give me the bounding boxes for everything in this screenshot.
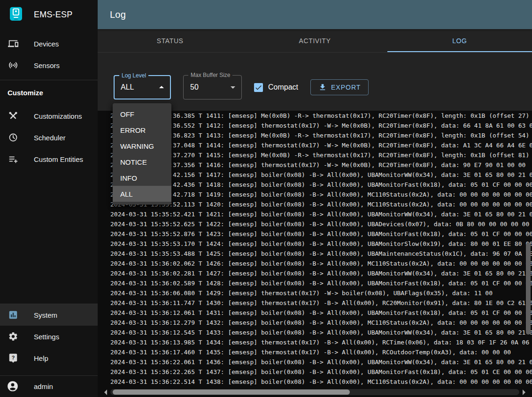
scroll-left-arrow-icon[interactable] (104, 389, 107, 395)
log-line: 2024-03-31 15:35:37.048 T 1414: [emsesp]… (110, 140, 532, 150)
log-line: 2024-03-31 15:36:22.061 T 1436: [emsesp]… (110, 357, 532, 367)
log-line: 2024-03-31 15:35:36.823 T 1413: [emsesp]… (110, 130, 532, 140)
log-line: 2024-03-31 15:35:52.625 T 1422: [emsesp]… (110, 219, 532, 229)
log-line: 2024-03-31 15:36:17.460 T 1435: [emsesp]… (110, 347, 532, 357)
log-line: 2024-03-31 15:35:37.270 T 1415: [emsesp]… (110, 150, 532, 160)
log-line: 2024-03-31 15:35:37.356 T 1416: [emsesp]… (110, 160, 532, 170)
sidebar-item-label: Custom Entities (34, 155, 83, 163)
sidebar-header: EMS-ESP (0, 0, 98, 29)
system-chart-icon (8, 309, 19, 321)
app-window: EMS-ESP Devices (0, 0, 532, 397)
log-level-menu: OFF ERROR WARNING NOTICE INFO ALL (113, 103, 171, 205)
sidebar-item-label: Scheduler (34, 134, 66, 142)
compact-checkbox[interactable] (254, 83, 263, 92)
sidebar-item-label: Help (34, 354, 48, 362)
app-logo-icon (9, 7, 23, 22)
log-line: 2024-03-31 15:35:36.552 T 1412: [emsesp]… (110, 121, 532, 130)
horizontal-scrollbar[interactable] (104, 389, 525, 395)
sidebar-item-label: System (34, 311, 57, 319)
gear-icon (8, 331, 19, 342)
list-add-icon (8, 153, 19, 165)
log-controls: Log Level ALL Max Buffer Size 50 Compact (114, 75, 369, 99)
tabbar: STATUS ACTIVITY LOG (98, 29, 532, 53)
arrow-drop-up-icon (156, 82, 167, 93)
vertical-scrollbar-thumb[interactable] (526, 243, 531, 335)
export-button[interactable]: EXPORT (310, 79, 369, 95)
log-line: 2024-03-31 15:35:53.170 T 1424: [emsesp]… (110, 239, 532, 249)
sidebar-gap (0, 369, 98, 375)
log-line: 2024-03-31 15:36:12.279 T 1432: [emsesp]… (110, 318, 532, 328)
sidebar-item-system[interactable]: System (0, 304, 98, 326)
page-title: Log (110, 9, 126, 20)
log-line: 2024-03-31 15:35:36.385 T 1411: [emsesp]… (110, 111, 532, 121)
log-line: 2024-03-31 15:36:02.281 T 1427: [emsesp]… (110, 268, 532, 278)
log-level-select[interactable]: Log Level ALL (114, 75, 171, 99)
log-level-select-label: Log Level (119, 72, 148, 79)
sidebar: EMS-ESP Devices (0, 0, 98, 397)
log-level-option-all[interactable]: ALL (113, 186, 171, 202)
log-line: 2024-03-31 15:36:12.061 T 1431: [emsesp]… (110, 308, 532, 318)
sidebar-item-settings[interactable]: Settings (0, 326, 98, 347)
log-level-option-warning[interactable]: WARNING (113, 138, 171, 154)
sidebar-item-label: Customizations (34, 112, 82, 120)
sidebar-section-customize: Customize (0, 80, 98, 105)
sidebar-item-devices[interactable]: Devices (0, 33, 98, 54)
tab-activity[interactable]: ACTIVITY (242, 29, 387, 52)
horizontal-scrollbar-track[interactable] (110, 389, 519, 395)
compact-checkbox-row[interactable]: Compact (254, 83, 298, 92)
log-level-option-notice[interactable]: NOTICE (113, 154, 171, 170)
sidebar-spacer (0, 170, 98, 304)
log-line: 2024-03-31 15:35:42.436 T 1418: [emsesp]… (110, 180, 532, 190)
app-brand: EMS-ESP (34, 10, 72, 20)
download-icon (318, 83, 327, 92)
compact-checkbox-label[interactable]: Compact (268, 83, 298, 92)
sidebar-item-customizations[interactable]: Customizations (0, 105, 98, 127)
max-buffer-select-label: Max Buffer Size (188, 72, 232, 78)
tab-log[interactable]: LOG (387, 29, 532, 52)
arrow-drop-down-icon (227, 82, 239, 93)
log-line: 2024-03-31 15:35:42.156 T 1417: [emsesp]… (110, 170, 532, 180)
devices-icon (8, 38, 19, 49)
log-line: 2024-03-31 15:35:52.421 T 1421: [emsesp]… (110, 209, 532, 219)
sidebar-item-sensors[interactable]: Sensors (0, 54, 98, 76)
log-line: 2024-03-31 15:36:22.265 T 1437: [emsesp]… (110, 367, 532, 377)
log-line: 2024-03-31 15:36:06.080 T 1429: [emsesp]… (110, 288, 532, 298)
sidebar-user-admin[interactable]: admin (0, 376, 98, 397)
sensors-icon (8, 60, 19, 71)
tools-icon (8, 110, 19, 122)
sidebar-item-help[interactable]: ? Help (0, 347, 98, 369)
log-line: 2024-03-31 15:36:22.514 T 1438: [emsesp]… (110, 377, 532, 387)
sidebar-item-custom-entities[interactable]: Custom Entities (0, 148, 98, 170)
account-circle-icon (7, 380, 20, 393)
log-line: 2024-03-31 15:35:52.876 T 1423: [emsesp]… (110, 229, 532, 239)
log-line: 2024-03-31 15:35:42.718 T 1419: [emsesp]… (110, 190, 532, 199)
log-level-option-info[interactable]: INFO (113, 170, 171, 186)
svg-text:?: ? (12, 355, 15, 360)
sidebar-nav-top: Devices Sensors (0, 29, 98, 76)
log-level-option-error[interactable]: ERROR (113, 122, 171, 138)
clock-icon (8, 132, 19, 143)
main-area: Log STATUS ACTIVITY LOG Log Level ALL Ma… (98, 0, 532, 397)
horizontal-scrollbar-thumb[interactable] (113, 389, 350, 395)
sidebar-user-label: admin (34, 382, 53, 390)
log-line: 2024-03-31 15:36:02.062 T 1426: [emsesp]… (110, 259, 532, 268)
log-level-option-off[interactable]: OFF (113, 106, 171, 122)
log-line: 2024-03-31 15:35:52.113 T 1420: [emsesp]… (110, 199, 532, 209)
help-icon: ? (8, 352, 19, 364)
sidebar-nav-bottom: System Settings ? Help (0, 304, 98, 369)
log-line: 2024-03-31 15:36:13.985 T 1434: [emsesp]… (110, 337, 532, 347)
log-line: 2024-03-31 15:36:12.545 T 1433: [emsesp]… (110, 328, 532, 337)
log-line: 2024-03-31 15:36:02.589 T 1428: [emsesp]… (110, 278, 532, 288)
tab-status[interactable]: STATUS (98, 29, 242, 52)
scroll-right-arrow-icon[interactable] (523, 389, 525, 395)
log-line: 2024-03-31 15:35:53.488 T 1425: [emsesp]… (110, 249, 532, 259)
sidebar-item-label: Sensors (34, 61, 60, 69)
log-line: 2024-03-31 15:36:11.747 T 1430: [emsesp]… (110, 298, 532, 308)
sidebar-item-scheduler[interactable]: Scheduler (0, 127, 98, 148)
sidebar-nav-customize: Customizations Scheduler (0, 105, 98, 170)
sidebar-item-label: Settings (34, 333, 59, 341)
export-button-label: EXPORT (331, 84, 361, 91)
max-buffer-select[interactable]: Max Buffer Size 50 (183, 75, 242, 99)
sidebar-item-label: Devices (34, 40, 59, 48)
max-buffer-select-value: 50 (190, 83, 199, 92)
